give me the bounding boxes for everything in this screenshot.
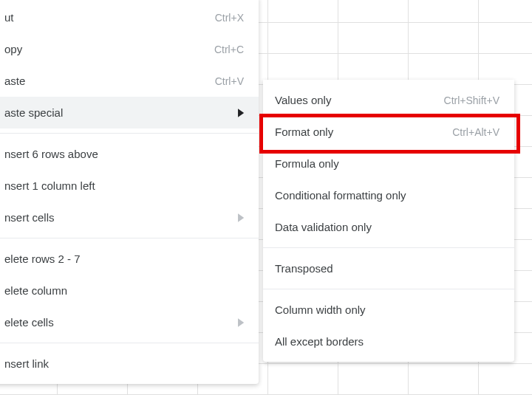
menu-item-shortcut: Ctrl+X bbox=[215, 12, 244, 24]
submenu-item-column-width[interactable]: Column width only bbox=[263, 294, 514, 326]
menu-separator bbox=[0, 238, 259, 238]
menu-item-label: nsert 6 rows above bbox=[4, 148, 244, 160]
menu-item-paste[interactable]: aste Ctrl+V bbox=[0, 65, 259, 97]
chevron-right-icon: ▶ bbox=[238, 210, 244, 224]
menu-item-label: Format only bbox=[275, 126, 443, 138]
menu-item-insert-cells[interactable]: nsert cells ▶ bbox=[0, 202, 259, 233]
menu-item-shortcut: Ctrl+Shift+V bbox=[444, 95, 499, 106]
menu-item-label: nsert link bbox=[4, 357, 244, 370]
submenu-item-transposed[interactable]: Transposed bbox=[263, 253, 514, 284]
chevron-right-icon: ▶ bbox=[238, 315, 244, 329]
menu-item-label: Data validation only bbox=[275, 221, 499, 233]
menu-item-cut[interactable]: ut Ctrl+X bbox=[0, 1, 259, 33]
menu-item-label: nsert cells bbox=[4, 211, 229, 224]
submenu-item-conditional-formatting[interactable]: Conditional formatting only bbox=[263, 179, 514, 211]
menu-item-shortcut: Ctrl+Alt+V bbox=[452, 126, 499, 138]
menu-item-label: Conditional formatting only bbox=[275, 189, 499, 202]
menu-item-insert-column[interactable]: nsert 1 column left bbox=[0, 170, 259, 202]
menu-item-paste-special[interactable]: aste special ▶ bbox=[0, 97, 259, 128]
menu-item-shortcut: Ctrl+V bbox=[215, 75, 244, 87]
submenu-item-data-validation[interactable]: Data validation only bbox=[263, 211, 514, 243]
menu-item-label: elete cells bbox=[4, 316, 229, 329]
menu-item-shortcut: Ctrl+C bbox=[214, 44, 244, 55]
menu-item-copy[interactable]: opy Ctrl+C bbox=[0, 33, 259, 65]
menu-separator bbox=[263, 247, 514, 248]
menu-item-label: Formula only bbox=[275, 157, 499, 170]
menu-separator bbox=[263, 289, 514, 289]
menu-item-label: elete rows 2 - 7 bbox=[4, 253, 244, 265]
submenu-item-values-only[interactable]: Values only Ctrl+Shift+V bbox=[263, 84, 514, 116]
menu-item-label: All except borders bbox=[275, 335, 499, 348]
menu-item-insert-rows[interactable]: nsert 6 rows above bbox=[0, 138, 259, 170]
submenu-item-all-except-borders[interactable]: All except borders bbox=[263, 326, 514, 357]
menu-separator bbox=[0, 133, 259, 134]
menu-item-insert-link[interactable]: nsert link bbox=[0, 348, 259, 379]
submenu-item-format-only[interactable]: Format only Ctrl+Alt+V bbox=[263, 116, 514, 148]
menu-item-label: Values only bbox=[275, 94, 435, 106]
submenu-item-formula-only[interactable]: Formula only bbox=[263, 148, 514, 179]
menu-item-delete-cells[interactable]: elete cells ▶ bbox=[0, 306, 259, 338]
menu-item-label: Column width only bbox=[275, 303, 499, 316]
chevron-right-icon: ▶ bbox=[238, 106, 244, 119]
menu-item-delete-rows[interactable]: elete rows 2 - 7 bbox=[0, 243, 259, 275]
menu-item-label: opy bbox=[4, 43, 205, 55]
submenu-paste-special: Values only Ctrl+Shift+V Format only Ctr… bbox=[263, 80, 514, 362]
context-menu: ut Ctrl+X opy Ctrl+C aste Ctrl+V aste sp… bbox=[0, 0, 259, 384]
menu-item-label: ut bbox=[4, 11, 206, 24]
menu-item-delete-column[interactable]: elete column bbox=[0, 275, 259, 306]
menu-item-label: elete column bbox=[4, 284, 244, 297]
menu-item-label: aste special bbox=[4, 106, 229, 119]
menu-item-label: nsert 1 column left bbox=[4, 179, 244, 192]
menu-item-label: Transposed bbox=[275, 262, 499, 275]
menu-item-label: aste bbox=[4, 75, 206, 87]
menu-separator bbox=[0, 343, 259, 343]
